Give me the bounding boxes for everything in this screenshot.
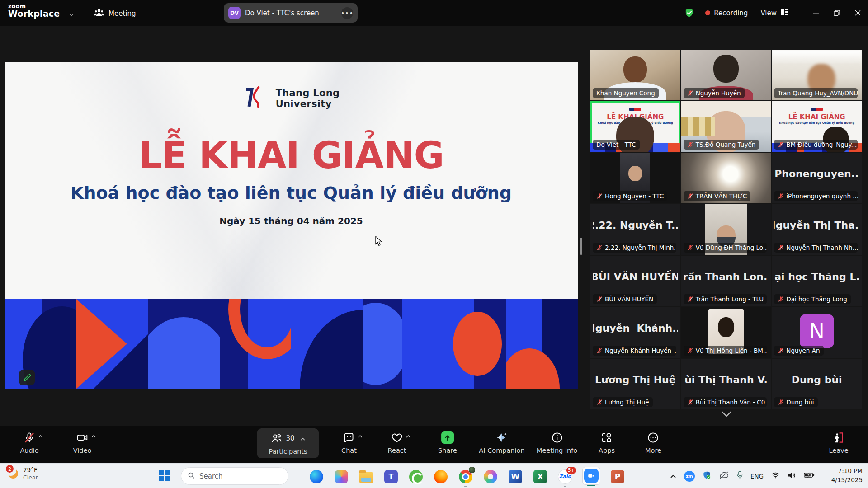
taskbar-app-edge[interactable] [309, 469, 324, 484]
tab-shared-screen[interactable]: DV Do Viet - TTC's screen ••• [224, 3, 358, 23]
video-scene-shape [681, 117, 715, 137]
taskbar-clock[interactable]: 7:10 PM 4/15/2025 [831, 467, 863, 484]
taskbar-app-zoom[interactable] [582, 467, 600, 485]
view-button[interactable]: View [760, 9, 788, 17]
participant-tile[interactable]: Nguyễn Thị Tha...Nguyễn Thị Thanh Nh... [772, 204, 862, 255]
taskbar-app-powerpoint[interactable]: P [610, 469, 625, 484]
tab-shared-screen-label: Do Viet - TTC's screen [245, 9, 319, 17]
participant-tile[interactable]: LỄ KHAI GIẢNGKhoá học đào tạo liên tục Q… [772, 101, 862, 152]
close-button[interactable] [847, 0, 868, 26]
participant-tile[interactable]: 2.22. Nguyễn T...2.22. Nguyễn Thị Minh..… [590, 204, 680, 255]
search-input[interactable] [199, 472, 272, 480]
participant-tile[interactable]: Lương Thị HuệLương Thị Huệ [590, 359, 680, 409]
react-button[interactable]: React [388, 430, 406, 454]
more-options-icon[interactable]: ••• [341, 7, 353, 19]
panel-resize-handle[interactable] [580, 238, 582, 255]
taskbar-app-paint[interactable] [483, 469, 498, 484]
grid-page-down-button[interactable] [718, 408, 735, 420]
windows-taskbar: 2 79°F Clear TWXZalo5+P zm ENG [0, 463, 868, 488]
wifi-icon[interactable] [771, 472, 780, 480]
start-button[interactable] [158, 469, 170, 483]
chevron-up-icon[interactable] [406, 432, 410, 440]
taskbar-app-word[interactable]: W [508, 469, 523, 484]
taskbar-app-teams[interactable]: T [383, 469, 399, 484]
zoom-workplace-logo: zoom Workplace [8, 3, 60, 19]
participant-tile[interactable]: Trần Thanh Lon...Trần Thanh Long - TLU [681, 256, 771, 306]
chevron-up-icon[interactable] [358, 432, 363, 440]
apps-button[interactable]: Apps [599, 430, 615, 454]
chat-button[interactable]: Chat [341, 430, 357, 454]
chevron-up-icon[interactable] [38, 432, 43, 440]
participants-button[interactable]: 30Participants [257, 428, 319, 458]
participant-tile[interactable]: Nguyễn Huyền [681, 50, 771, 100]
taskbar-app-copilot[interactable] [334, 469, 349, 484]
letter-avatar: N [800, 314, 834, 348]
participant-name-tag: Nguyễn Khánh Huyền_... [593, 346, 676, 356]
search-icon [188, 472, 195, 481]
ai-companion-button[interactable]: AI Companion [479, 430, 524, 454]
participant-tile[interactable]: NNguyen An [772, 307, 862, 358]
chevron-down-icon[interactable] [69, 10, 74, 19]
taskbar-app-file-explorer[interactable] [359, 469, 374, 484]
leave-button[interactable]: Leave [829, 430, 848, 454]
tab-meeting[interactable]: Meeting [90, 5, 139, 22]
participant-tile[interactable]: Tran Quang Huy_AVN/DNU [772, 50, 862, 100]
participant-name-label: Vũ Dũng ĐH Thăng Lo... [696, 244, 767, 251]
participant-tile[interactable]: TS.Đỗ Quang Tuyển [681, 101, 771, 152]
taskbar-app-chrome[interactable] [458, 469, 473, 484]
onedrive-paused-icon[interactable] [719, 471, 729, 481]
tray-chevron-up-icon[interactable] [670, 472, 676, 480]
more-button[interactable]: More [645, 430, 661, 454]
weather-condition: Clear [23, 474, 38, 481]
zoom-app-icon [584, 469, 599, 483]
annotation-pencil-button[interactable] [19, 370, 35, 385]
participant-tile[interactable]: Khan Nguyen Cong [590, 50, 680, 100]
participant-tile[interactable]: Hong Nguyen - TTC [590, 153, 680, 203]
participant-name-tag: 2.22. Nguyễn Thị Minh... [593, 243, 676, 253]
participant-tile[interactable]: Đại học Thăng L...Đại học Thăng Long [772, 256, 862, 306]
zoom-tray-icon[interactable]: zm [684, 471, 695, 482]
participant-name-label: Vũ Thị Hồng Liên - BM... [696, 347, 767, 354]
participant-tile[interactable]: TRẦN VĂN THỰC [681, 153, 771, 203]
running-indicator [564, 486, 566, 487]
view-label: View [760, 9, 777, 17]
share-label: Share [438, 447, 457, 454]
taskbar-app-zalo[interactable]: Zalo5+ [557, 469, 573, 484]
video-scene-shape [713, 55, 739, 83]
restore-button[interactable] [826, 0, 847, 26]
participant-tile[interactable]: iPhonenguyen...iPhonenguyen quynh ... [772, 153, 862, 203]
minimize-button[interactable] [806, 0, 826, 26]
participant-tile[interactable]: Bùi Thị Thanh V...Bùi Thị Thanh Vân - C0… [681, 359, 771, 409]
participant-tile[interactable]: Nguyễn Khánh...Nguyễn Khánh Huyền_... [590, 307, 680, 358]
participant-name-tag: Trần Thanh Long - TLU [684, 294, 767, 304]
participant-tile[interactable]: BÙI VĂN HUYẾNBÙI VĂN HUYẾN [590, 256, 680, 306]
taskbar-weather-widget[interactable]: 2 79°F Clear [7, 466, 38, 481]
chevron-up-icon[interactable] [91, 432, 96, 440]
security-shield-icon[interactable] [684, 8, 694, 18]
meeting-info-icon [551, 432, 563, 444]
participant-tile[interactable]: Vũ Thị Hồng Liên - BM... [681, 307, 771, 358]
battery-charging-icon[interactable] [804, 472, 815, 480]
language-indicator[interactable]: ENG [750, 473, 764, 480]
windows-security-icon[interactable] [703, 471, 711, 481]
recording-dot-icon [705, 10, 710, 15]
chevron-up-icon[interactable] [301, 434, 306, 443]
video-button[interactable]: Video [73, 430, 92, 454]
copilot-icon [335, 470, 348, 483]
participant-tile[interactable]: Vũ Dũng ĐH Thăng Lo... [681, 204, 771, 255]
participant-tile[interactable]: Dung bùiDung bùi [772, 359, 862, 409]
taskbar-app-excel[interactable]: X [533, 469, 548, 484]
taskbar-app-coccoc[interactable] [408, 469, 424, 484]
participant-name-tag: Khan Nguyen Cong [593, 88, 659, 98]
share-button[interactable]: Share [438, 430, 457, 454]
participant-name-label: BÙI VĂN HUYẾN [605, 296, 653, 303]
taskbar-search[interactable] [181, 467, 288, 485]
audio-button[interactable]: Audio [20, 430, 38, 454]
speaker-icon[interactable] [788, 472, 796, 481]
participant-tile[interactable]: LỄ KHAI GIẢNGKhoá học đào tạo liên tục Q… [590, 101, 680, 152]
participant-name-tag: Đại học Thăng Long [774, 294, 850, 304]
participant-name-label: Trần Thanh Long - TLU [696, 296, 764, 303]
microphone-tray-icon[interactable] [737, 471, 743, 481]
taskbar-app-firefox[interactable] [433, 469, 448, 484]
meeting-info-button[interactable]: Meeting info [537, 430, 577, 454]
